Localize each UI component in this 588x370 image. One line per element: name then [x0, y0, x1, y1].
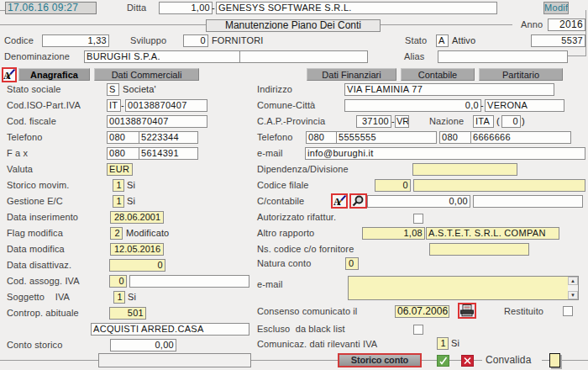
svg-text:A: A: [333, 196, 341, 207]
svg-text:A: A: [3, 70, 11, 81]
